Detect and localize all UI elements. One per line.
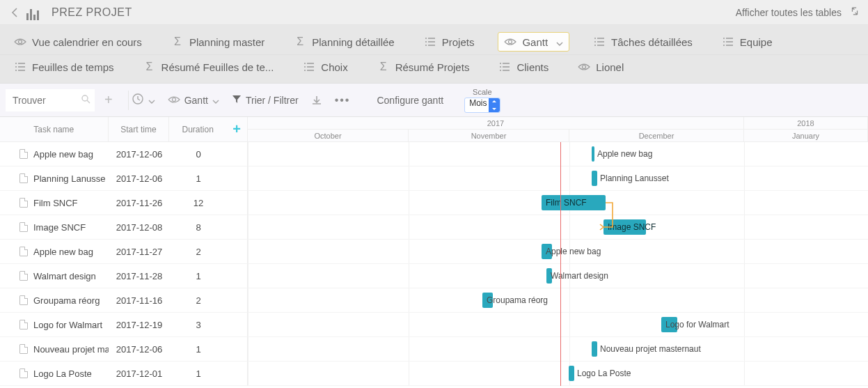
gantt-bar[interactable]: Walmart design <box>546 268 552 284</box>
tab-label: Tâches détaillées <box>611 36 693 48</box>
task-duration: 1 <box>170 344 227 355</box>
tab-planning-d-taill-e[interactable]: ΣPlanning détaillée <box>288 33 400 51</box>
table-row[interactable]: Apple new bag2017-11-272 <box>0 240 247 264</box>
gantt-bar-label: Image SNCF <box>603 222 656 232</box>
sort-filter-label: Trier / Filtrer <box>246 95 299 106</box>
tab-equipe[interactable]: Equipe <box>716 33 778 51</box>
tab-label: Clients <box>516 61 549 73</box>
table-row[interactable]: Groupama réorg2017-11-162 <box>0 288 247 313</box>
download-button[interactable] <box>311 95 322 106</box>
configure-gantt-label: Configure gantt <box>377 95 443 106</box>
list-icon <box>303 61 315 73</box>
collapse-icon[interactable] <box>850 6 860 19</box>
search-input[interactable] <box>13 95 75 106</box>
gantt-row: Film SNCF <box>248 191 868 215</box>
add-button[interactable]: + <box>104 92 113 108</box>
today-line <box>560 142 561 386</box>
gantt-row: Logo for Walmart <box>248 313 868 337</box>
gantt-bar[interactable]: Image SNCF <box>603 219 646 235</box>
table-row[interactable]: Nouveau projet ma2017-12-061 <box>0 337 247 362</box>
task-start: 2017-12-06 <box>109 173 170 184</box>
add-column-button[interactable]: + <box>226 117 247 141</box>
tab-label: Gantt <box>522 36 548 48</box>
column-header-duration[interactable]: Duration <box>169 117 226 141</box>
gantt-bar[interactable]: Nouveau projet masternaut <box>592 341 597 357</box>
task-duration: 2 <box>170 295 227 306</box>
gantt-bar[interactable]: Apple new bag <box>542 244 552 259</box>
show-all-tables-link[interactable]: Afficher toutes les tables <box>736 7 842 18</box>
scale-select[interactable]: Mois <box>464 98 500 113</box>
table-row[interactable]: Logo for Walmart2017-12-193 <box>0 313 247 337</box>
column-header-task[interactable]: Task name <box>0 117 109 141</box>
scale-value: Mois <box>469 98 487 108</box>
chevron-down-icon <box>556 36 563 48</box>
task-name: Apple new bag <box>33 247 93 257</box>
sigma-icon: Σ <box>171 36 184 48</box>
gantt-row: Walmart design <box>248 264 868 288</box>
tab-label: Vue calendrier en cours <box>32 36 142 48</box>
sort-filter-button[interactable]: Trier / Filtrer <box>232 94 299 106</box>
document-icon <box>19 368 28 378</box>
search-input-wrapper[interactable] <box>6 89 95 111</box>
tab-t-ches-d-taill-es[interactable]: Tâches détaillées <box>587 33 698 51</box>
gantt-row: Planning Lanusset <box>248 166 868 191</box>
gantt-row: Apple new bag <box>248 240 868 264</box>
gantt-bar-label: Logo La Poste <box>574 368 631 378</box>
gantt-bar[interactable]: Logo for Walmart <box>661 317 677 332</box>
table-row[interactable]: Image SNCF2017-12-088 <box>0 215 247 240</box>
tab-vue-calendrier-en-cours[interactable]: Vue calendrier en cours <box>8 33 148 51</box>
gantt-row: Logo La Poste <box>248 362 868 386</box>
gantt-bar[interactable]: Apple new bag <box>592 146 594 162</box>
column-header-start[interactable]: Start time <box>109 117 170 141</box>
task-name: Image SNCF <box>33 222 86 233</box>
gantt-bar[interactable]: Film SNCF <box>542 195 606 210</box>
configure-gantt-button[interactable]: Configure gantt <box>377 95 443 106</box>
eye-icon <box>168 95 180 106</box>
tab-r-sum-projets[interactable]: ΣRésumé Projets <box>372 58 475 76</box>
table-row[interactable]: Walmart design2017-11-281 <box>0 264 247 288</box>
document-icon <box>19 173 28 183</box>
table-row[interactable]: Apple new bag2017-12-060 <box>0 142 247 166</box>
gantt-bar-label: Logo for Walmart <box>663 320 729 329</box>
tab-planning-master[interactable]: ΣPlanning master <box>166 33 270 51</box>
gantt-bar[interactable]: Planning Lanusset <box>592 171 597 186</box>
tab-clients[interactable]: Clients <box>493 58 554 76</box>
task-duration: 8 <box>170 222 227 233</box>
task-duration: 12 <box>170 198 227 208</box>
more-button[interactable]: ••• <box>335 94 351 107</box>
sigma-icon: Σ <box>143 61 156 73</box>
table-row[interactable]: Planning Lanusse2017-12-061 <box>0 166 247 191</box>
tab-gantt[interactable]: Gantt <box>498 32 569 52</box>
tab-lionel[interactable]: Lionel <box>572 58 629 76</box>
gantt-bar[interactable]: Groupama réorg <box>482 293 493 308</box>
gantt-bar[interactable]: Logo La Poste <box>569 366 574 381</box>
table-row[interactable]: Film SNCF2017-11-2612 <box>0 191 247 215</box>
tab-feuilles-de-temps[interactable]: Feuilles de temps <box>8 58 120 76</box>
search-icon <box>81 94 90 106</box>
tab-choix[interactable]: Choix <box>297 58 353 76</box>
gantt-row: Apple new bag <box>248 142 868 166</box>
document-icon <box>19 198 28 208</box>
tab-projets[interactable]: Projets <box>418 33 480 51</box>
gantt-view-button[interactable]: Gantt <box>168 95 219 106</box>
task-start: 2017-12-06 <box>109 149 170 160</box>
tab-r-sum-feuilles-de-te-[interactable]: ΣRésumé Feuilles de te... <box>138 58 280 76</box>
gantt-bar-label: Apple new bag <box>594 149 652 159</box>
task-start: 2017-11-28 <box>109 271 170 281</box>
list-icon <box>722 36 734 48</box>
svg-line-40 <box>87 100 90 103</box>
back-button[interactable] <box>8 6 21 19</box>
task-start: 2017-12-08 <box>109 222 170 233</box>
task-start: 2017-11-16 <box>109 295 170 306</box>
eye-icon <box>14 36 26 48</box>
table-row[interactable]: Logo La Poste2017-12-011 <box>0 362 247 386</box>
document-icon <box>19 149 28 159</box>
task-name: Apple new bag <box>33 149 93 160</box>
chevron-down-icon <box>212 95 219 106</box>
gantt-bar-label: Film SNCF <box>542 198 587 208</box>
task-duration: 0 <box>170 149 227 160</box>
list-icon <box>593 36 606 48</box>
history-button[interactable] <box>132 93 155 107</box>
tab-label: Planning master <box>189 36 265 48</box>
document-icon <box>19 320 28 329</box>
